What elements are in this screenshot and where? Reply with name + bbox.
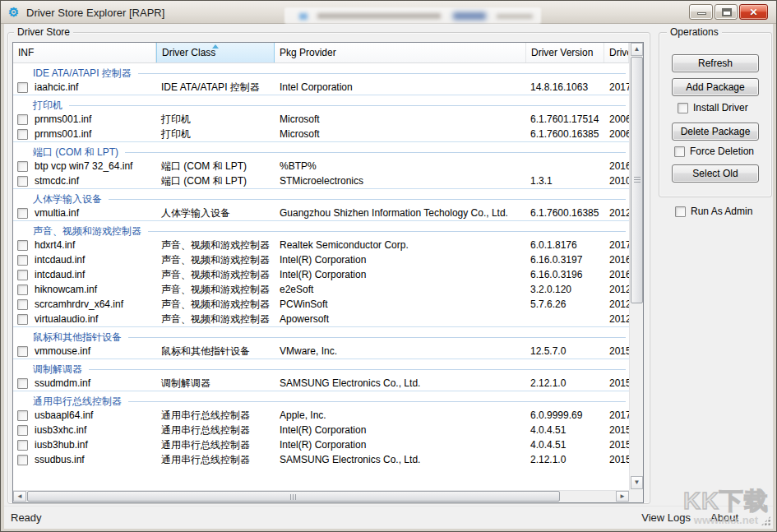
row-checkbox[interactable] — [17, 314, 28, 325]
row-checkbox[interactable] — [17, 440, 28, 451]
title-bar[interactable]: ⚙ Driver Store Explorer [RAPR] ✕ — [1, 1, 776, 24]
driver-group: IDE ATA/ATAPI 控制器iaahcic.infIDE ATA/ATAP… — [13, 63, 629, 95]
inf-filename: intcdaud.inf — [35, 269, 85, 280]
view-logs-link[interactable]: View Logs — [641, 511, 691, 524]
row-checkbox[interactable] — [17, 114, 28, 125]
column-header-driver-version[interactable]: Driver Version — [526, 43, 604, 62]
add-package-button[interactable]: Add Package — [672, 78, 759, 96]
horizontal-scroll-thumb[interactable] — [27, 491, 560, 502]
force-deletion-checkbox[interactable] — [674, 146, 685, 157]
scroll-up-icon[interactable]: ▲ — [631, 43, 643, 56]
row-checkbox[interactable] — [17, 346, 28, 357]
table-row[interactable]: usbaapl64.inf通用串行总线控制器Apple, Inc.6.0.999… — [13, 408, 629, 423]
scrollbar-corner — [629, 490, 643, 502]
scroll-right-icon[interactable]: ► — [616, 491, 629, 502]
table-row[interactable]: virtualaudio.inf声音、视频和游戏控制器Apowersoft201… — [13, 312, 629, 326]
table-row[interactable]: iusb3xhc.inf通用串行总线控制器Intel(R) Corporatio… — [13, 423, 629, 437]
column-header-driver-date[interactable]: Drive — [604, 43, 629, 62]
group-header-label: 端口 (COM 和 LPT) — [33, 146, 118, 160]
inf-filename: vmmouse.inf — [35, 345, 90, 357]
about-link[interactable]: About — [710, 511, 738, 524]
row-checkbox[interactable] — [17, 176, 28, 187]
refresh-button[interactable]: Refresh — [672, 54, 759, 72]
cell-pkg-provider: SAMSUNG Electronics Co., Ltd. — [275, 454, 526, 465]
inf-filename: stmcdc.inf — [35, 175, 79, 187]
horizontal-scrollbar[interactable]: ◄ ► — [13, 490, 629, 502]
maximize-button[interactable] — [715, 4, 738, 20]
column-header-driver-class[interactable]: Driver Class — [156, 43, 275, 62]
cell-driver-date: 2006- — [604, 113, 629, 125]
vertical-scroll-thumb[interactable] — [631, 57, 643, 303]
table-row[interactable]: prnms001.inf打印机Microsoft6.1.7600.1638520… — [13, 127, 629, 141]
table-row[interactable]: btp vcp win7 32_64.inf端口 (COM 和 LPT)%BTP… — [13, 159, 629, 173]
vertical-scrollbar[interactable]: ▲ ▼ — [629, 43, 643, 490]
row-checkbox[interactable] — [17, 410, 28, 421]
table-row[interactable]: iaahcic.infIDE ATA/ATAPI 控制器Intel Corpor… — [13, 80, 629, 95]
table-row[interactable]: scrcamhrdrv_x64.inf声音、视频和游戏控制器PCWinSoft5… — [13, 297, 629, 312]
group-header: 人体学输入设备 — [13, 189, 629, 206]
cell-driver-version: 6.1.7601.17514 — [526, 113, 604, 125]
driver-group: 声音、视频和游戏控制器hdxrt4.inf声音、视频和游戏控制器Realtek … — [13, 220, 629, 326]
row-checkbox[interactable] — [17, 161, 28, 172]
select-old-button[interactable]: Select Old — [672, 164, 759, 183]
row-checkbox[interactable] — [17, 255, 28, 266]
table-row[interactable]: ssudmdm.inf调制解调器SAMSUNG Electronics Co.,… — [13, 376, 629, 391]
cell-driver-version: 6.16.0.3196 — [526, 269, 604, 280]
install-driver-checkbox[interactable] — [678, 103, 688, 113]
table-row[interactable]: stmcdc.inf端口 (COM 和 LPT)STMicroelectroni… — [13, 173, 629, 188]
column-header-inf[interactable]: INF — [13, 43, 156, 62]
row-checkbox[interactable] — [17, 378, 28, 389]
row-checkbox[interactable] — [17, 455, 28, 465]
table-row[interactable]: ssudbus.inf通用串行总线控制器SAMSUNG Electronics … — [13, 452, 629, 467]
row-checkbox[interactable] — [17, 129, 28, 140]
row-checkbox[interactable] — [17, 270, 28, 280]
cell-driver-date: 2015- — [604, 377, 629, 389]
table-row[interactable]: hdxrt4.inf声音、视频和游戏控制器Realtek Semiconduct… — [13, 238, 629, 252]
run-as-admin-checkbox[interactable] — [675, 206, 686, 217]
row-checkbox[interactable] — [17, 285, 28, 295]
close-button[interactable]: ✕ — [739, 4, 768, 20]
cell-pkg-provider: %BTP% — [275, 160, 526, 172]
inf-filename: vmultia.inf — [35, 207, 79, 219]
group-header: 鼠标和其他指针设备 — [13, 327, 629, 344]
table-row[interactable]: prnms001.inf打印机Microsoft6.1.7601.1751420… — [13, 112, 629, 127]
cell-driver-date: 2016- — [604, 254, 629, 266]
row-checkbox[interactable] — [17, 208, 28, 219]
cell-pkg-provider: STMicroelectronics — [275, 175, 526, 187]
table-row[interactable]: vmultia.inf人体学输入设备Guangzhou Shizhen Info… — [13, 206, 629, 220]
table-row[interactable]: intcdaud.inf声音、视频和游戏控制器Intel(R) Corporat… — [13, 267, 629, 282]
delete-package-button[interactable]: Delete Package — [672, 123, 759, 141]
row-checkbox[interactable] — [17, 82, 28, 93]
scroll-left-icon[interactable]: ◄ — [13, 491, 26, 502]
inf-filename: iusb3hub.inf — [35, 439, 88, 451]
inf-filename: btp vcp win7 32_64.inf — [35, 160, 132, 172]
row-checkbox[interactable] — [17, 240, 28, 251]
run-as-admin-option[interactable]: Run As Admin — [675, 206, 752, 217]
group-header-line — [109, 199, 626, 200]
scroll-down-icon[interactable]: ▼ — [631, 476, 643, 489]
group-header: 声音、视频和游戏控制器 — [13, 221, 629, 238]
cell-driver-version: 1.3.1 — [526, 175, 604, 187]
thumb-grip-icon — [634, 177, 641, 183]
group-header: 端口 (COM 和 LPT) — [13, 142, 629, 159]
cell-inf: usbaapl64.inf — [13, 409, 156, 421]
table-row[interactable]: intcdaud.inf声音、视频和游戏控制器Intel(R) Corporat… — [13, 252, 629, 267]
driver-table[interactable]: INF Driver Class Pkg Provider Driver Ver… — [12, 42, 644, 503]
cell-driver-date: 2012- — [604, 298, 629, 310]
cell-pkg-provider: PCWinSoft — [275, 298, 526, 310]
cell-driver-version: 2.12.1.0 — [526, 377, 604, 389]
column-header-pkg-provider[interactable]: Pkg Provider — [275, 43, 526, 62]
cell-inf: stmcdc.inf — [13, 175, 156, 187]
table-row[interactable]: vmmouse.inf鼠标和其他指针设备VMware, Inc.12.5.7.0… — [13, 344, 629, 359]
force-deletion-option[interactable]: Force Deletion — [674, 146, 754, 157]
cell-driver-version: 3.2.0.120 — [526, 284, 604, 295]
minimize-button[interactable] — [689, 4, 713, 20]
row-checkbox[interactable] — [17, 425, 28, 436]
table-row[interactable]: iusb3hub.inf通用串行总线控制器Intel(R) Corporatio… — [13, 437, 629, 452]
status-bar: Ready View Logs About — [4, 506, 773, 529]
cell-driver-version: 4.0.4.51 — [526, 439, 604, 451]
cell-inf: intcdaud.inf — [13, 254, 156, 266]
install-driver-option[interactable]: Install Driver — [678, 102, 748, 113]
row-checkbox[interactable] — [17, 299, 28, 310]
table-row[interactable]: hiknowcam.inf声音、视频和游戏控制器e2eSoft3.2.0.120… — [13, 282, 629, 297]
